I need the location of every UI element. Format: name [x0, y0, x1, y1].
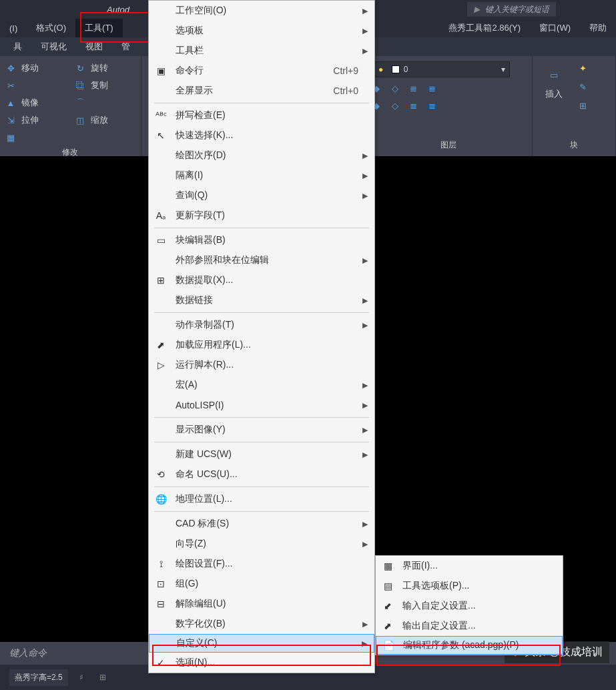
layer-icon[interactable]: ≣ [407, 81, 420, 95]
tools-menu-item[interactable]: 动作录制器(T)▶ [149, 315, 374, 335]
attr-icon[interactable]: ⊞ [577, 99, 590, 112]
separator [154, 442, 369, 442]
tools-menu-item[interactable]: 工作空间(O)▶ [149, 1, 374, 21]
menu-label: 解除编组(U) [176, 598, 226, 610]
menu-label: 显示图像(Y) [176, 424, 226, 436]
tools-menu-item[interactable]: ⊡组(G) [149, 574, 374, 594]
separator [154, 417, 369, 418]
menu-label: 选项(N)... [176, 657, 215, 669]
tools-menu-item[interactable]: 选项板▶ [149, 21, 374, 41]
menu-tools[interactable]: 工具(T) [75, 19, 123, 37]
tools-menu-item[interactable]: 显示图像(Y)▶ [149, 420, 374, 440]
layer-icon[interactable]: ◇ [388, 81, 402, 95]
search-box[interactable]: ▶ 键入关键字或短语 [467, 2, 556, 17]
layer-name: 0 [404, 65, 408, 74]
ribbon-tab[interactable]: 具 [4, 37, 31, 56]
customize-submenu-item[interactable]: ▦界面(I)... [376, 556, 563, 576]
menu-window[interactable]: 窗口(W) [530, 19, 580, 37]
btn-mirror[interactable]: ▲镜像 [4, 96, 67, 109]
tools-menu-item[interactable]: Aₐ更新字段(T) [149, 206, 374, 226]
ribbon-tab[interactable]: 管 [112, 37, 139, 56]
tools-menu-item[interactable]: ⟲命名 UCS(U)... [149, 464, 374, 484]
edit-block-icon[interactable]: ✎ [577, 80, 590, 93]
menu-label: 自定义(C) [176, 637, 217, 649]
ribbon-tab[interactable]: 视图 [76, 37, 112, 56]
customize-submenu-item[interactable]: ⬈输出自定义设置... [376, 616, 563, 636]
create-block-icon[interactable]: ✦ [577, 61, 590, 75]
options-icon: ✓ [154, 656, 168, 669]
btn-scale[interactable]: ◫缩放 [73, 113, 136, 127]
tools-menu-item[interactable]: ↖快速选择(K)... [149, 125, 374, 145]
customize-submenu-item[interactable]: ▤工具选项板(P)... [376, 576, 563, 596]
status-fontheight[interactable]: 燕秀字高=2.5 [9, 669, 68, 686]
layer-icon[interactable]: ≣ [426, 99, 439, 112]
tools-menu-item[interactable]: 数字化仪(B)▶ [149, 614, 374, 634]
submenu-arrow-icon: ▶ [362, 151, 368, 160]
submenu-arrow-icon: ▶ [362, 296, 368, 305]
snap-icon[interactable]: ⊞ [95, 669, 111, 685]
tools-menu-item[interactable]: 向导(Z)▶ [149, 534, 374, 554]
btn-fillet[interactable]: ⌒ [73, 96, 136, 109]
tools-menu-item[interactable]: 查询(Q)▶ [149, 186, 374, 206]
tools-menu-item[interactable]: 隔离(I)▶ [149, 165, 374, 186]
tools-menu-item[interactable]: 宏(A)▶ [149, 375, 374, 395]
btn-insert[interactable]: ▭ 插入 [537, 61, 571, 112]
tools-menu-item[interactable]: ▭块编辑器(B) [149, 230, 374, 250]
ribbon-tab[interactable]: 可视化 [31, 37, 76, 56]
menu-label: 输入自定义设置... [402, 600, 476, 612]
layer-combo[interactable]: ● 0 ▾ [370, 61, 510, 77]
menu-label: 宏(A) [176, 379, 198, 391]
layer-icon[interactable]: ≣ [426, 81, 439, 95]
menu-yanxiu[interactable]: 燕秀工具箱2.86(Y) [439, 19, 530, 37]
panel-title: 图层 [370, 139, 528, 151]
layer-icon[interactable]: ◇ [388, 99, 402, 112]
menu-label: 组(G) [176, 578, 198, 590]
btn-rotate[interactable]: ↻旋转 [73, 61, 136, 75]
layer-icon[interactable]: ≣ [407, 99, 420, 112]
tools-menu-item[interactable]: 🌐地理位置(L)... [149, 489, 374, 509]
tools-menu-item[interactable]: 工具栏▶ [149, 41, 374, 61]
btn-stretch[interactable]: ⇲拉伸 [4, 113, 67, 127]
menu-help[interactable]: 帮助 [580, 19, 616, 37]
customize-submenu-item[interactable]: ⬋输入自定义设置... [376, 596, 563, 616]
btn-trim[interactable]: ✂ [4, 79, 67, 92]
tools-dropdown: 工作空间(O)▶选项板▶工具栏▶▣命令行Ctrl+9全屏显示Ctrl+0ᴬᴮᶜ拼… [148, 0, 375, 673]
bulb-icon: ● [374, 63, 388, 76]
submenu-arrow-icon: ▶ [362, 192, 368, 200]
menu-label: 界面(I)... [402, 560, 438, 572]
chevron-down-icon: ▾ [501, 65, 505, 74]
tools-menu-item[interactable]: ᴬᴮᶜ拼写检查(E) [149, 105, 374, 125]
tools-menu-item[interactable]: 新建 UCS(W)▶ [149, 444, 374, 464]
fillet-icon: ⌒ [73, 96, 87, 109]
tools-menu-item[interactable]: ⟟绘图设置(F)... [149, 554, 374, 574]
tools-menu-item[interactable]: 数据链接▶ [149, 290, 374, 310]
tools-menu-item[interactable]: ⊞数据提取(X)... [149, 270, 374, 290]
menu-item[interactable]: (I) [0, 20, 27, 37]
panel-title: 块 [537, 139, 611, 151]
separator [154, 511, 369, 512]
insert-icon: ▭ [543, 64, 565, 85]
tools-menu-item[interactable]: ⊟解除编组(U) [149, 594, 374, 614]
tools-menu-item[interactable]: ⬈加载应用程序(L)... [149, 335, 374, 355]
tools-menu-item[interactable]: AutoLISP(I)▶ [149, 395, 374, 415]
grid-icon[interactable]: ♯ [73, 669, 89, 685]
menu-label: 动作录制器(T) [176, 319, 234, 331]
customize-submenu-item[interactable]: 📄编辑程序参数 (acad.pgp)(P) [376, 636, 563, 655]
abc-icon: ᴬᴮᶜ [154, 109, 168, 122]
tools-menu-item[interactable]: 全屏显示Ctrl+0 [149, 81, 374, 101]
btn-copy[interactable]: ⿻复制 [73, 79, 136, 92]
tools-menu-item[interactable]: 外部参照和块在位编辑▶ [149, 250, 374, 270]
menu-format[interactable]: 格式(O) [27, 19, 75, 37]
btn-array[interactable]: ▦ [4, 131, 67, 144]
btn-move[interactable]: ✥移动 [4, 61, 67, 75]
submenu-arrow-icon: ▶ [362, 620, 368, 629]
tools-menu-item[interactable]: 绘图次序(D)▶ [149, 145, 374, 165]
submenu-arrow-icon: ▶ [362, 426, 368, 434]
tools-menu-item[interactable]: ✓选项(N)... [149, 653, 374, 673]
tools-menu-item[interactable]: ▷运行脚本(R)... [149, 355, 374, 375]
menu-label: 地理位置(L)... [176, 493, 232, 505]
tools-menu-item[interactable]: ▣命令行Ctrl+9 [149, 61, 374, 81]
tools-menu-item[interactable]: CAD 标准(S)▶ [149, 514, 374, 534]
tools-menu-item[interactable]: 自定义(C)▶ [149, 634, 374, 653]
terminal-icon: ▣ [154, 64, 168, 77]
